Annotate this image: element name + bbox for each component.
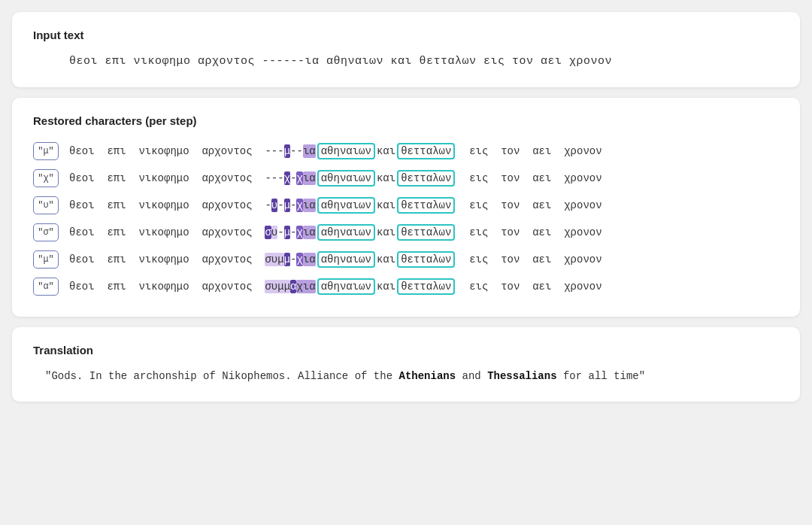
translation-text: "Gods. In the archonship of Nikophemos. …	[33, 367, 779, 385]
hl-char-12: μ	[284, 226, 290, 239]
before-gap-3: θεοι επι νικοφημο αρχοντος	[69, 199, 265, 211]
hl-char-19: συμμ	[265, 280, 290, 293]
hl-char-9: ια	[303, 199, 316, 212]
after-hl-6: εις τον αει χρονον	[456, 281, 601, 293]
hl-word-athenians-5: αθηναιων	[317, 251, 375, 268]
row-text-4: θεοι επι νικοφημο αρχοντος συ-μ-χια αθην…	[69, 224, 602, 241]
hl-char-8: χ	[296, 199, 302, 212]
translation-card: Translation "Gods. In the archonship of …	[12, 327, 800, 402]
char-badge-3: "υ"	[33, 196, 59, 214]
hl-char-17: χ	[296, 253, 302, 266]
row-text-3: θεοι επι νικοφημο αρχοντος -υ-μ-χια αθην…	[69, 197, 602, 214]
hl-char-11: υ	[271, 226, 277, 239]
char-badge-1: "μ"	[33, 142, 59, 160]
gap-part-2a: ---χ-	[265, 172, 296, 184]
hl-char-4: χ	[296, 171, 302, 185]
table-row: "υ" θεοι επι νικοφημο αρχοντος -υ-μ-χια …	[33, 192, 779, 219]
row-text-5: θεοι επι νικοφημο αρχοντος συμμ-χια αθην…	[69, 251, 602, 268]
before-gap-1: θεοι επι νικοφημο αρχοντος	[69, 145, 265, 157]
translation-title: Translation	[33, 344, 779, 357]
input-text-content: θεοι επι νικοφημο αρχοντος ------ια αθην…	[33, 52, 779, 71]
hl-word-athenians-3: αθηναιων	[317, 197, 375, 214]
after-hl-4: εις τον αει χρονον	[456, 226, 601, 238]
table-row: "χ" θεοι επι νικοφημο αρχοντος ---χ-χια …	[33, 165, 779, 192]
char-badge-2: "χ"	[33, 169, 59, 187]
before-gap-6: θεοι επι νικοφημο αρχοντος	[69, 281, 265, 293]
table-row: "μ" θεοι επι νικοφημο αρχοντος ---μ--ια …	[33, 138, 779, 165]
restored-card: Restored characters (per step) "μ" θεοι …	[12, 98, 800, 317]
hl-char-18: ια	[303, 253, 316, 266]
hl-word-athenians-4: αθηναιων	[317, 224, 375, 241]
gap-part-1: ---μ--	[265, 145, 302, 157]
hl-char-6: υ	[271, 199, 277, 212]
hl-char-10: σ	[265, 226, 271, 239]
input-text-card: Input text θεοι επι νικοφημο αρχοντος --…	[12, 12, 800, 87]
char-badge-6: "α"	[33, 278, 59, 296]
table-row: "μ" θεοι επι νικοφημο αρχοντος συμμ-χια …	[33, 246, 779, 273]
translation-bold1: Athenians	[398, 370, 456, 382]
hl-word-thessalians-2: θετταλων	[397, 170, 455, 187]
restored-rows: "μ" θεοι επι νικοφημο αρχοντος ---μ--ια …	[33, 138, 779, 300]
hl-word-athenians-6: αθηναιων	[317, 278, 375, 295]
hl-word-thessalians-3: θετταλων	[397, 197, 455, 214]
hl-char-5: ια	[303, 171, 316, 185]
hl-char-20: α	[290, 280, 296, 293]
row-text-6: θεοι επι νικοφημο αρχοντος συμμαχια αθην…	[69, 278, 602, 295]
translation-before: "Gods. In the archonship of Nikophemos. …	[45, 370, 398, 382]
row-text-1: θεοι επι νικοφημο αρχοντος ---μ--ια αθην…	[69, 143, 602, 159]
table-row: "α" θεοι επι νικοφημο αρχοντος συμμαχια …	[33, 273, 779, 300]
hl-char-15: συμ	[265, 253, 283, 266]
hl-word-thessalians-4: θετταλων	[397, 224, 455, 241]
hl-char-7: μ	[284, 199, 290, 212]
table-row: "σ" θεοι επι νικοφημο αρχοντος συ-μ-χια …	[33, 219, 779, 246]
hl-char-13: χ	[296, 226, 302, 239]
translation-after: for all time"	[557, 370, 646, 382]
hl-word-thessalians-6: θετταλων	[397, 278, 455, 295]
hl-char-2: ια	[303, 144, 316, 158]
hl-word-thessalians-5: θετταλων	[397, 251, 455, 268]
hl-char-21: χια	[296, 280, 315, 293]
hl-char-1: μ	[284, 144, 290, 158]
input-text-title: Input text	[33, 29, 779, 41]
hl-char-14: ια	[303, 226, 316, 239]
hl-char-16: μ	[284, 253, 290, 266]
hl-word-athenians-1: αθηναιων	[317, 143, 375, 159]
translation-middle: and	[456, 370, 487, 382]
after-hl-5: εις τον αει χρονον	[456, 253, 601, 266]
restored-title: Restored characters (per step)	[33, 114, 779, 127]
hl-char-3: χ	[284, 171, 290, 185]
translation-bold2: Thessalians	[487, 370, 556, 382]
after-hl-2: εις τον αει χρονον	[456, 172, 601, 184]
after-hl-3: εις τον αει χρονον	[456, 199, 601, 211]
before-gap-5: θεοι επι νικοφημο αρχοντος	[69, 253, 265, 266]
hl-word-athenians-2: αθηναιων	[317, 170, 375, 187]
char-badge-5: "μ"	[33, 250, 59, 269]
hl-word-thessalians-1: θετταλων	[397, 143, 455, 159]
char-badge-4: "σ"	[33, 223, 59, 241]
before-gap-4: θεοι επι νικοφημο αρχοντος	[69, 226, 265, 238]
before-gap-2: θεοι επι νικοφημο αρχοντος	[69, 172, 265, 184]
after-hl-1: εις τον αει χρονον	[456, 145, 601, 157]
row-text-2: θεοι επι νικοφημο αρχοντος ---χ-χια αθην…	[69, 170, 602, 187]
